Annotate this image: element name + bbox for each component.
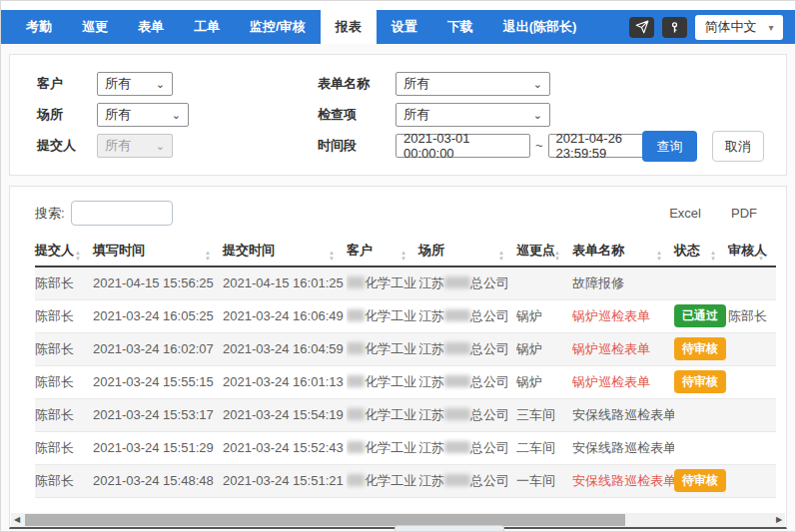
cell-status (674, 398, 728, 431)
site-select-value: 所有 (105, 106, 131, 124)
redacted-text (347, 408, 365, 420)
site-label: 场所 (37, 106, 97, 124)
status-badge: 已通过 (674, 304, 726, 327)
status-badge: 待审核 (674, 469, 726, 492)
check-item-select-value: 所有 (403, 106, 429, 124)
column-header-fill-time[interactable]: ▲▼填写时间 (93, 238, 223, 266)
table-row[interactable]: 陈部长2021-03-24 15:48:482021-03-24 15:51:2… (35, 464, 776, 497)
nav-item-jiankong[interactable]: 监控/审核 (235, 10, 321, 44)
send-icon[interactable] (629, 17, 654, 38)
period-label: 时间段 (318, 137, 396, 155)
column-header-customer[interactable]: ▲▼客户 (347, 238, 418, 266)
cell-status (674, 431, 728, 464)
cell-fill-time: 2021-03-24 16:02:07 (93, 332, 223, 365)
redacted-text (347, 309, 365, 321)
key-icon[interactable] (662, 17, 687, 38)
column-header-form-name[interactable]: ▲▼表单名称 (572, 238, 674, 266)
cell-form-name: 安保线路巡检表单 (572, 464, 674, 497)
redacted-text (347, 375, 365, 387)
export-excel-link[interactable]: Excel (669, 206, 701, 221)
search-label: 搜索: (35, 205, 65, 223)
form-name-select[interactable]: 所有 ⌄ (396, 72, 550, 96)
check-item-select[interactable]: 所有 ⌄ (396, 103, 550, 127)
export-pdf-link[interactable]: PDF (731, 206, 757, 221)
submitter-select[interactable]: 所有 ⌄ (97, 134, 173, 158)
cell-site: 江苏总公司 (418, 464, 516, 497)
cell-patrol-point: 二车间 (516, 431, 572, 464)
table-row[interactable]: 陈部长2021-03-24 16:02:072021-03-24 16:04:5… (35, 332, 776, 365)
column-label: 表单名称 (572, 243, 624, 258)
scroll-right-arrow[interactable]: ▶ (773, 513, 785, 527)
customer-select[interactable]: 所有 ⌄ (97, 72, 173, 96)
column-label: 审核人 (728, 243, 767, 258)
status-badge: 待审核 (674, 337, 726, 360)
nav-item-kaoqin[interactable]: 考勤 (11, 10, 67, 44)
customer-label: 客户 (37, 75, 97, 93)
column-header-site[interactable]: ▲▼场所 (418, 238, 516, 266)
app-window: 考勤巡更表单工单监控/审核报表设置下载退出(陈部长) 简体中文 ▾ 客户 所有 … (0, 0, 796, 532)
table-row[interactable]: 陈部长2021-04-15 15:56:252021-04-15 16:01:2… (35, 266, 776, 299)
redacted-text (347, 342, 365, 354)
cell-customer: 化学工业 (347, 365, 418, 398)
column-header-patrol-point[interactable]: ▲▼巡更点 (516, 238, 572, 266)
search-input[interactable] (71, 201, 173, 226)
chevron-down-icon: ⌄ (156, 79, 165, 89)
language-dropdown[interactable]: 简体中文 ▾ (695, 15, 783, 40)
scroll-left-arrow[interactable]: ◀ (11, 513, 23, 527)
column-header-submitter[interactable]: ▲▼提交人 (35, 238, 93, 266)
table-row[interactable]: 陈部长2021-03-24 16:05:252021-03-24 16:06:4… (35, 299, 776, 332)
nav-item-tuichu[interactable]: 退出(陈部长) (488, 10, 592, 44)
table-row[interactable]: 陈部长2021-03-24 15:53:172021-03-24 15:54:1… (35, 398, 776, 431)
table-row[interactable]: 陈部长2021-03-24 15:55:152021-03-24 16:01:1… (35, 365, 776, 398)
report-table: ▲▼提交人▲▼填写时间▲▼提交时间▲▼客户▲▼场所▲▼巡更点▲▼表单名称▲▼状态… (35, 238, 776, 498)
language-label: 简体中文 (704, 18, 756, 36)
sort-icon: ▲▼ (75, 250, 81, 262)
query-button[interactable]: 查询 (642, 131, 697, 162)
cancel-button[interactable]: 取消 (712, 131, 764, 162)
scrollbar-thumb[interactable] (25, 514, 625, 526)
navbar-right: 简体中文 ▾ (629, 10, 795, 44)
export-links: Excel PDF (669, 206, 761, 221)
cell-submitter: 陈部长 (35, 266, 93, 299)
site-select[interactable]: 所有 ⌄ (97, 103, 189, 127)
column-header-reviewer[interactable]: ▲▼审核人 (728, 238, 776, 266)
pagination-partial[interactable] (395, 525, 504, 531)
cell-form-name: 安保线路巡检表单 (572, 398, 674, 431)
period-start-input[interactable]: 2021-03-01 00:00:00 (396, 134, 530, 158)
nav-item-shezhi[interactable]: 设置 (377, 10, 432, 44)
top-strip (1, 1, 795, 10)
search-row: 搜索: Excel PDF (10, 201, 786, 226)
report-table-panel: 搜索: Excel PDF ▲▼提交人▲▼填写时间▲▼提交时间▲▼客户▲▼场所▲… (9, 186, 787, 529)
filter-buttons: 查询 取消 (642, 131, 764, 162)
cell-submitter: 陈部长 (35, 365, 93, 398)
nav-item-biaodan[interactable]: 表单 (123, 10, 179, 44)
cell-customer: 化学工业 (347, 464, 418, 497)
sort-icon: ▲▼ (400, 250, 406, 262)
column-header-submit-time[interactable]: ▲▼提交时间 (223, 238, 347, 266)
cell-submit-time: 2021-03-24 15:54:19 (223, 398, 347, 431)
column-label: 提交人 (35, 243, 74, 258)
cell-fill-time: 2021-03-24 15:53:17 (93, 398, 223, 431)
filter-row-1: 客户 所有 ⌄ 表单名称 所有 ⌄ (10, 68, 786, 99)
cell-submitter: 陈部长 (35, 332, 93, 365)
customer-select-value: 所有 (105, 75, 131, 93)
nav-item-xungeng[interactable]: 巡更 (67, 10, 123, 44)
cell-form-name: 锅炉巡检表单 (572, 332, 674, 365)
table-body: 陈部长2021-04-15 15:56:252021-04-15 16:01:2… (35, 266, 776, 497)
chevron-down-icon: ⌄ (533, 110, 542, 120)
table-row[interactable]: 陈部长2021-03-24 15:51:292021-03-24 15:52:4… (35, 431, 776, 464)
nav-item-xiazai[interactable]: 下载 (432, 10, 488, 44)
redacted-text (444, 276, 470, 288)
redacted-text (444, 375, 470, 387)
column-header-status[interactable]: ▲▼状态 (674, 238, 728, 266)
nav-item-baobiao[interactable]: 报表 (321, 10, 377, 44)
cell-customer: 化学工业 (347, 299, 418, 332)
column-label: 状态 (674, 243, 700, 258)
column-label: 客户 (347, 243, 373, 258)
cell-reviewer (728, 332, 776, 365)
cell-fill-time: 2021-04-15 15:56:25 (93, 266, 223, 299)
cell-site: 江苏总公司 (418, 431, 516, 464)
filter-panel: 客户 所有 ⌄ 表单名称 所有 ⌄ 场所 所有 ⌄ (9, 54, 787, 176)
chevron-down-icon: ⌄ (172, 110, 181, 120)
nav-item-gongdan[interactable]: 工单 (179, 10, 235, 44)
